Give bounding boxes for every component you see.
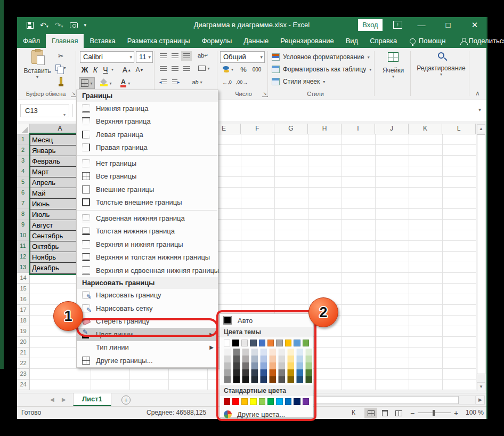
format-painter-button[interactable] [54, 76, 67, 85]
theme-variant-swatch[interactable] [278, 356, 285, 362]
shrink-font-button[interactable]: A▼ [134, 65, 145, 75]
theme-variant-swatch[interactable] [305, 362, 312, 369]
tab-assistant[interactable]: Помощн [403, 34, 451, 48]
select-all-corner[interactable] [17, 124, 30, 134]
conditional-formatting-button[interactable]: Условное форматирование▾ [272, 52, 384, 62]
row-header-selected[interactable]: 9 [17, 220, 30, 230]
borders-button[interactable]: ▾ [79, 77, 95, 89]
theme-variant-swatch[interactable] [287, 356, 294, 362]
theme-variant-swatch[interactable] [296, 376, 303, 383]
theme-variant-swatch[interactable] [224, 376, 231, 383]
percent-style-button[interactable]: % [238, 64, 249, 74]
theme-variant-swatch[interactable] [296, 349, 303, 356]
row-header-selected[interactable]: 5 [17, 177, 30, 188]
normal-view-button[interactable] [364, 408, 377, 418]
row-header-selected[interactable]: 1 [17, 134, 30, 145]
theme-variant-swatch[interactable] [224, 356, 231, 362]
ribbon-display-options-icon[interactable]: ↑ [393, 21, 402, 29]
row-header-selected[interactable]: 2 [17, 145, 30, 156]
row-header-selected[interactable]: 13 [17, 262, 30, 273]
standard-color-swatch[interactable] [250, 398, 256, 405]
zoom-out-button[interactable]: − [410, 409, 414, 417]
name-box-dropdown-icon[interactable]: ▾ [63, 109, 66, 121]
copy-button[interactable]: ▾ [54, 63, 67, 72]
theme-color-swatch[interactable] [250, 340, 256, 346]
paste-button[interactable]: Вставить ▾ [22, 50, 52, 79]
close-button[interactable]: ✕ [466, 17, 484, 33]
theme-variant-swatch[interactable] [233, 356, 240, 362]
row-header[interactable]: 15 [17, 284, 30, 294]
zoom-in-button[interactable]: + [454, 409, 458, 417]
formula-bar-expand-icon[interactable]: ▾ [478, 107, 481, 112]
zoom-level[interactable]: 100 % [466, 409, 484, 416]
menu-item-border[interactable]: Нет границы [77, 157, 218, 170]
row-header-selected[interactable]: 11 [17, 241, 30, 252]
theme-variant-swatch[interactable] [287, 376, 294, 383]
theme-variant-swatch[interactable] [269, 349, 276, 356]
collapse-ribbon-icon[interactable]: ∧ [475, 90, 480, 97]
align-middle-button[interactable] [169, 51, 180, 61]
row-header[interactable]: 17 [17, 305, 30, 316]
standard-color-swatch[interactable] [294, 398, 300, 405]
vertical-scrollbar[interactable]: ▲ ▼ [476, 124, 485, 392]
theme-color-swatch[interactable] [241, 340, 248, 346]
decrease-indent-button[interactable]: ◂ [158, 77, 168, 87]
theme-variant-swatch[interactable] [251, 376, 258, 383]
row-header[interactable]: 20 [17, 337, 30, 348]
sheet-tab-list1[interactable]: Лист1 [73, 393, 111, 406]
menu-item-border[interactable]: Толстые внешние границы [77, 196, 218, 209]
sheet-nav-right-icon[interactable]: ▶ [62, 397, 66, 402]
column-header[interactable]: L [442, 124, 476, 134]
tab-file[interactable]: Файл [17, 34, 46, 48]
tab-formulas[interactable]: Формулы [196, 34, 238, 48]
menu-item-line-style[interactable]: Тип линии ▶ [77, 341, 218, 354]
standard-color-swatch[interactable] [276, 398, 282, 405]
increase-indent-button[interactable]: ▸ [170, 77, 181, 87]
sign-in-button[interactable]: Вход [358, 19, 383, 31]
menu-item-border[interactable]: Внешние границы [77, 183, 218, 196]
theme-variant-swatch[interactable] [260, 362, 267, 369]
color-auto-item[interactable]: Авто [220, 314, 313, 327]
column-header[interactable]: G [274, 124, 308, 134]
scroll-up-icon[interactable]: ▲ [477, 124, 485, 133]
wrap-text-button[interactable]: ab↵ [196, 50, 210, 61]
standard-color-swatch[interactable] [267, 398, 274, 405]
row-header[interactable]: 19 [17, 326, 30, 337]
theme-color-swatch[interactable] [232, 340, 239, 346]
theme-variant-swatch[interactable] [296, 369, 303, 376]
theme-variant-swatch[interactable] [296, 356, 303, 362]
theme-variant-swatch[interactable] [305, 356, 312, 362]
theme-variant-swatch[interactable] [242, 369, 249, 376]
theme-variant-swatch[interactable] [287, 362, 294, 369]
maximize-button[interactable]: □ [439, 17, 457, 33]
column-header[interactable]: I [342, 124, 375, 134]
theme-variant-swatch[interactable] [269, 356, 276, 362]
theme-variant-swatch[interactable] [305, 369, 312, 376]
menu-item-border[interactable]: Сдвоенная нижняя граница [77, 212, 218, 225]
share-button[interactable]: Поделиться [454, 34, 504, 48]
tab-review[interactable]: Рецензирование [274, 34, 339, 48]
standard-color-swatch[interactable] [241, 398, 248, 405]
row-header[interactable]: 23 [17, 369, 30, 380]
menu-item-border[interactable]: Нижняя граница [77, 102, 218, 115]
theme-variant-swatch[interactable] [278, 349, 285, 356]
italic-button[interactable]: К [91, 65, 100, 75]
align-bottom-button[interactable] [181, 51, 192, 61]
menu-item-border[interactable]: Правая граница [77, 141, 218, 155]
format-as-table-button[interactable]: Форматировать как таблицу▾ [272, 64, 384, 74]
tab-home[interactable]: Главная [46, 34, 84, 48]
scroll-right-icon[interactable]: ▶ [476, 395, 485, 405]
theme-color-swatch[interactable] [285, 340, 291, 346]
align-center-button[interactable] [169, 64, 180, 74]
theme-variant-swatch[interactable] [233, 376, 240, 383]
sheet-nav-left-icon[interactable]: ◀ [50, 397, 54, 402]
theme-variant-swatch[interactable] [278, 362, 285, 369]
editing-button[interactable]: Редактирование ▾ [414, 52, 468, 77]
theme-variant-swatch[interactable] [251, 356, 258, 362]
menu-item-border[interactable]: Верхняя и сдвоенная нижняя границы [77, 264, 218, 277]
theme-variant-swatch[interactable] [242, 356, 249, 362]
new-sheet-icon[interactable]: + [121, 395, 131, 405]
underline-button[interactable]: Ч [101, 65, 110, 75]
menu-item-draw[interactable]: Стереть границу [77, 315, 218, 328]
theme-variant-swatch[interactable] [260, 356, 267, 362]
